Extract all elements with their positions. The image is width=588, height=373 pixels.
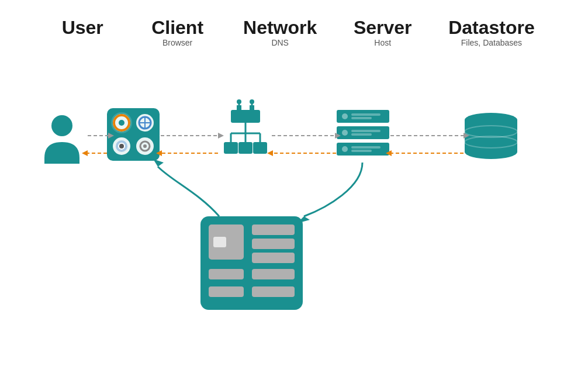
datastore-icon [465, 113, 517, 159]
svg-rect-42 [351, 150, 372, 152]
svg-rect-28 [224, 142, 238, 154]
svg-rect-67 [252, 239, 295, 249]
svg-point-15 [143, 144, 147, 148]
svg-marker-57 [82, 150, 88, 156]
svg-point-21 [237, 99, 241, 104]
webapp-icon [200, 216, 303, 310]
svg-rect-41 [351, 146, 381, 148]
svg-rect-17 [237, 105, 241, 111]
svg-point-4 [119, 120, 124, 126]
svg-rect-18 [250, 105, 254, 111]
svg-rect-29 [238, 142, 253, 154]
svg-rect-38 [351, 133, 372, 136]
svg-rect-37 [351, 130, 381, 132]
svg-rect-33 [351, 113, 381, 116]
svg-rect-70 [252, 269, 295, 279]
svg-rect-16 [231, 110, 260, 123]
svg-marker-74 [153, 159, 164, 167]
main-diagram-svg [0, 0, 588, 373]
svg-rect-68 [252, 253, 295, 263]
svg-point-32 [342, 113, 348, 119]
svg-point-36 [342, 130, 348, 136]
svg-point-22 [250, 99, 254, 104]
server-icon [337, 110, 389, 156]
svg-point-40 [342, 146, 348, 152]
svg-marker-51 [218, 133, 224, 139]
svg-rect-69 [209, 269, 244, 279]
svg-rect-30 [253, 142, 267, 154]
svg-rect-72 [252, 286, 295, 297]
svg-point-0 [51, 115, 72, 136]
svg-rect-71 [209, 286, 244, 297]
diagram-container: User Client Browser Network DNS Server H… [0, 0, 588, 373]
svg-marker-61 [267, 150, 273, 156]
client-icon [107, 108, 160, 161]
svg-point-45 [465, 145, 517, 159]
user-icon [44, 115, 79, 164]
network-icon [224, 99, 267, 154]
svg-rect-34 [351, 117, 372, 119]
svg-rect-73 [213, 237, 226, 247]
svg-point-12 [119, 144, 124, 148]
svg-rect-66 [252, 225, 295, 235]
